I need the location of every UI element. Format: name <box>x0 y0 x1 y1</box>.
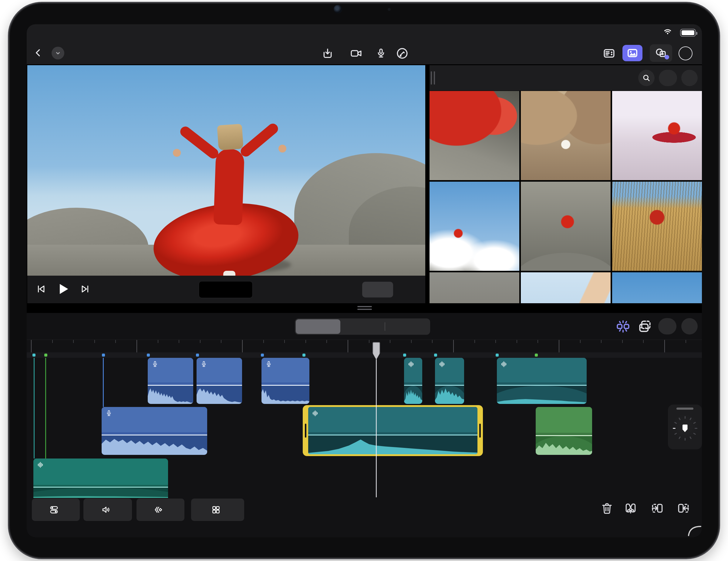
media-thumbnail[interactable] <box>521 182 611 271</box>
mode-edge[interactable] <box>385 319 429 334</box>
clip-start-marker <box>535 353 538 356</box>
media-thumbnail[interactable] <box>612 91 702 180</box>
timeline-clip-high[interactable] <box>435 358 464 404</box>
media-search-button[interactable] <box>638 70 655 86</box>
effects-badge <box>665 55 669 59</box>
waveform-icon <box>501 360 508 368</box>
wifi-icon <box>662 27 673 38</box>
panel-splitter[interactable] <box>27 303 702 313</box>
timeline-ruler[interactable] <box>27 340 702 352</box>
jog-dial[interactable] <box>671 414 699 442</box>
mic-icon <box>200 360 207 368</box>
transport-bar <box>27 276 425 303</box>
screen <box>27 24 702 537</box>
timeline-clip-voiceover2a[interactable] <box>148 358 193 404</box>
timeline-clip-whoosh-hit[interactable] <box>308 407 477 454</box>
jog-drag-handle[interactable] <box>676 407 693 410</box>
record-voiceover-button[interactable] <box>373 46 389 61</box>
back-button[interactable] <box>31 46 45 60</box>
media-grid <box>430 91 702 303</box>
delete-clip-button[interactable] <box>596 499 618 517</box>
waveform-icon <box>439 360 446 368</box>
mic-icon <box>151 360 159 368</box>
mode-clip[interactable] <box>296 319 340 334</box>
timeline-clip-voiceover1[interactable] <box>102 407 207 455</box>
clip-start-marker <box>496 353 499 356</box>
timeline-clip-voiceover3[interactable] <box>261 358 309 404</box>
waveform-icon <box>37 461 44 469</box>
media-thumbnail[interactable] <box>521 272 611 303</box>
jog-wheel-panel[interactable] <box>668 404 702 449</box>
media-select-button[interactable] <box>659 70 677 86</box>
mode-range[interactable] <box>340 319 385 334</box>
media-thumbnail[interactable] <box>430 272 519 303</box>
video-preview <box>27 65 425 276</box>
clip-overview-button[interactable] <box>636 318 653 335</box>
undo-button[interactable] <box>550 45 565 61</box>
media-thumbnail[interactable] <box>521 91 611 180</box>
media-thumbnail[interactable] <box>430 91 519 180</box>
play-button[interactable] <box>56 282 70 297</box>
edit-mode-segmented-control <box>295 318 430 335</box>
media-thumbnail[interactable] <box>612 182 702 271</box>
waveform-icon <box>312 409 319 417</box>
skip-forward-button[interactable] <box>80 284 90 295</box>
status-bar-right <box>662 27 696 38</box>
stage <box>0 0 728 561</box>
whirling-dervish-figure <box>137 113 325 276</box>
insert-clip-button[interactable] <box>647 499 668 517</box>
media-browser-button[interactable] <box>622 45 642 61</box>
clip-connection-line <box>45 358 46 458</box>
clip-start-marker <box>32 353 35 356</box>
clip-connection-line <box>103 358 104 407</box>
timeline-clip-voiceover2b[interactable] <box>197 358 242 404</box>
battery-icon <box>680 29 696 37</box>
panel-drag-handle[interactable] <box>431 71 435 85</box>
clip-start-marker <box>102 353 105 356</box>
split-clip-button[interactable] <box>620 499 641 517</box>
media-thumbnail[interactable] <box>430 182 519 271</box>
snapping-magnet-button[interactable] <box>615 318 632 335</box>
overwrite-clip-button[interactable] <box>673 499 694 517</box>
media-more-button[interactable] <box>681 70 698 86</box>
zoom-level-control[interactable] <box>362 282 393 297</box>
timecode-display[interactable] <box>199 281 253 298</box>
media-panel-header <box>430 65 702 91</box>
ruler-minor-ticks <box>27 340 702 343</box>
splitter-grab-handle[interactable] <box>357 306 372 310</box>
timeline-select-button[interactable] <box>658 318 676 334</box>
pencil-annotate-button[interactable] <box>394 46 410 61</box>
timeline-clip-time-piece[interactable] <box>497 358 587 404</box>
more-options-button[interactable] <box>678 46 693 61</box>
project-title-dropdown-button[interactable] <box>52 47 64 59</box>
inspect-button[interactable] <box>32 498 80 521</box>
redo-button[interactable] <box>578 45 594 61</box>
jog-pointer <box>683 424 688 432</box>
timeline-more-button[interactable] <box>681 318 698 334</box>
record-video-button[interactable] <box>348 46 364 61</box>
volume-button[interactable] <box>83 498 132 521</box>
waveform-icon <box>408 360 415 368</box>
clip-start-marker <box>434 353 437 356</box>
animate-button[interactable] <box>137 498 184 521</box>
inspector-list-button[interactable] <box>601 46 617 61</box>
clip-start-marker <box>147 353 150 356</box>
selected-clip-frame[interactable] <box>303 405 483 456</box>
timeline-clip-sfx-truncated[interactable] <box>404 358 422 404</box>
clip-start-marker <box>44 353 47 356</box>
clip-start-marker <box>261 353 264 356</box>
top-bar <box>27 24 702 65</box>
import-media-button[interactable] <box>320 46 335 61</box>
clip-start-marker <box>403 353 406 356</box>
timeline-clip-inertia[interactable] <box>536 407 592 455</box>
media-thumbnail[interactable] <box>612 272 702 303</box>
clip-start-marker <box>196 353 199 356</box>
clip-marker-strip <box>27 352 702 358</box>
effects-button[interactable] <box>650 44 672 62</box>
multicam-button[interactable] <box>191 498 244 521</box>
timeline-clip-night-winds[interactable] <box>33 458 168 498</box>
clip-connection-line <box>34 358 35 458</box>
project-media-panel <box>430 65 702 303</box>
skip-back-button[interactable] <box>36 284 46 295</box>
timeline-panel <box>27 313 702 537</box>
